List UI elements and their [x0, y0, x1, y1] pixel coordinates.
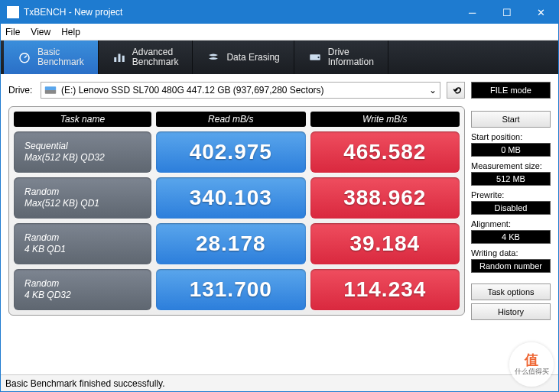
write-value: 114.234: [310, 269, 460, 310]
file-mode-button[interactable]: FILE mode: [471, 82, 551, 99]
menubar: File View Help: [1, 24, 558, 40]
benchmark-table: Task name Read mB/s Write mB/s Sequentia…: [8, 106, 465, 316]
task-name-2: 4 KB QD32: [24, 290, 151, 301]
svg-rect-3: [122, 56, 124, 62]
measurement-size-label: Measurement size:: [471, 161, 551, 170]
tab-data-erasing[interactable]: Data Erasing: [193, 40, 294, 74]
task-name-1: Random: [24, 232, 151, 244]
task-name-1: Random: [24, 186, 151, 198]
tab-advanced-benchmark[interactable]: Advanced Benchmark: [99, 40, 193, 74]
tab-bar: Basic Benchmark Advanced Benchmark Data …: [1, 40, 558, 74]
task-options-button[interactable]: Task options: [471, 283, 551, 300]
task-cell[interactable]: Random4 KB QD32: [14, 269, 151, 310]
tab-label: Data Erasing: [226, 52, 279, 63]
erase-icon: [206, 50, 220, 64]
read-value: 402.975: [156, 131, 306, 173]
menu-help[interactable]: Help: [61, 27, 80, 37]
measurement-size-value[interactable]: 512 MB: [471, 172, 551, 186]
gauge-icon: [18, 50, 31, 64]
maximize-button[interactable]: ☐: [489, 1, 524, 24]
task-cell[interactable]: RandomMax(512 KB) QD1: [14, 177, 151, 219]
write-value: 388.962: [310, 177, 460, 219]
read-value: 28.178: [156, 223, 306, 264]
status-bar: Basic Benchmark finished successfully.: [1, 374, 558, 391]
drive-icon: [308, 50, 322, 64]
task-name-2: 4 KB QD1: [24, 244, 151, 255]
drive-label: Drive:: [8, 85, 34, 96]
chevron-down-icon: ⌄: [429, 85, 437, 96]
menu-file[interactable]: File: [5, 27, 20, 37]
task-cell[interactable]: Random4 KB QD1: [14, 223, 151, 264]
refresh-button[interactable]: ⟲: [447, 82, 465, 99]
menu-view[interactable]: View: [31, 27, 50, 37]
task-name-1: Random: [24, 278, 151, 290]
start-position-value[interactable]: 0 MB: [471, 143, 551, 157]
tab-drive-information[interactable]: Drive Information: [294, 40, 388, 74]
app-icon: [7, 6, 19, 18]
window-title: TxBENCH - New project: [24, 7, 455, 18]
task-cell[interactable]: SequentialMax(512 KB) QD32: [14, 131, 151, 173]
svg-rect-2: [118, 54, 120, 63]
disk-icon: [44, 86, 57, 95]
prewrite-value[interactable]: Disabled: [471, 201, 551, 215]
start-position-label: Start position:: [471, 132, 551, 141]
start-button[interactable]: Start: [471, 111, 551, 128]
tab-label: Drive Information: [328, 47, 374, 67]
write-value: 39.184: [310, 223, 460, 264]
tab-basic-benchmark[interactable]: Basic Benchmark: [4, 40, 99, 74]
drive-select[interactable]: (E:) Lenovo SSD SL700 480G 447.12 GB (93…: [41, 82, 440, 99]
header-write: Write mB/s: [310, 112, 460, 127]
prewrite-label: Prewrite:: [471, 190, 551, 199]
alignment-value[interactable]: 4 KB: [471, 230, 551, 244]
drive-selected-text: (E:) Lenovo SSD SL700 480G 447.12 GB (93…: [61, 85, 324, 96]
history-button[interactable]: History: [471, 303, 551, 320]
bars-icon: [112, 50, 126, 64]
svg-rect-6: [45, 89, 56, 94]
refresh-icon: ⟲: [452, 85, 460, 96]
task-name-1: Sequential: [24, 141, 151, 152]
header-read: Read mB/s: [156, 112, 306, 127]
write-value: 465.582: [310, 131, 460, 173]
minimize-button[interactable]: ─: [455, 1, 489, 24]
alignment-label: Alignment:: [471, 219, 551, 228]
status-text: Basic Benchmark finished successfully.: [5, 378, 165, 389]
read-value: 131.700: [156, 269, 306, 310]
table-row: Random4 KB QD32131.700114.234: [14, 269, 460, 310]
table-row: Random4 KB QD128.17839.184: [14, 223, 460, 264]
svg-point-5: [317, 57, 319, 58]
svg-rect-7: [45, 86, 56, 90]
header-task: Task name: [14, 112, 151, 127]
read-value: 340.103: [156, 177, 306, 219]
writing-data-value[interactable]: Random number: [471, 259, 551, 273]
task-name-2: Max(512 KB) QD32: [24, 152, 151, 164]
tab-label: Advanced Benchmark: [132, 47, 179, 67]
writing-data-label: Writing data:: [471, 248, 551, 258]
titlebar: TxBENCH - New project ─ ☐ ✕: [1, 1, 558, 24]
task-name-2: Max(512 KB) QD1: [24, 198, 151, 209]
svg-rect-1: [114, 57, 116, 62]
table-row: RandomMax(512 KB) QD1340.103388.962: [14, 177, 460, 219]
tab-label: Basic Benchmark: [37, 47, 84, 67]
close-button[interactable]: ✕: [524, 1, 558, 24]
table-row: SequentialMax(512 KB) QD32402.975465.582: [14, 131, 460, 173]
